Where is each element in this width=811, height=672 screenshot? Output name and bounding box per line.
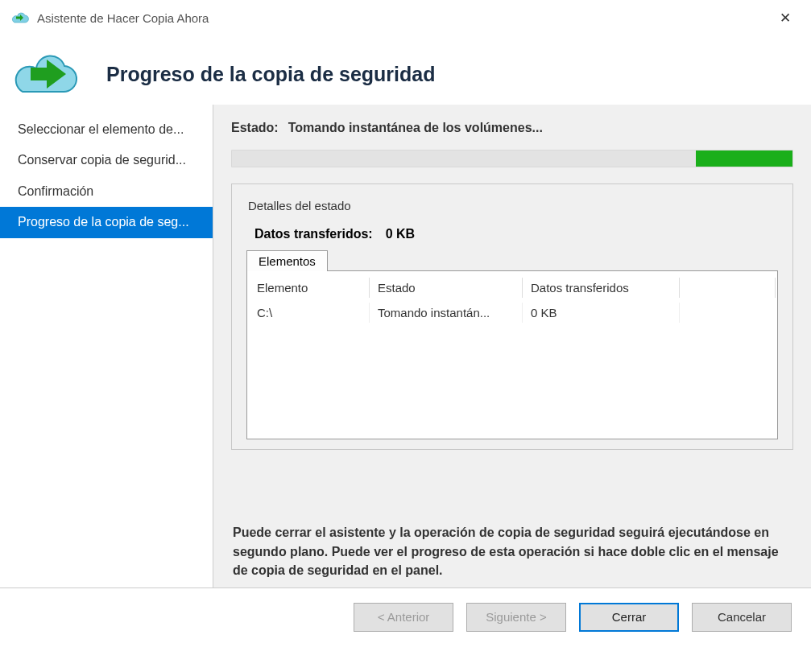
sidebar-item-confirmation[interactable]: Confirmación xyxy=(0,176,213,207)
info-note: Puede cerrar el asistente y la operación… xyxy=(231,518,793,579)
progress-chunk xyxy=(696,150,792,167)
cancel-button[interactable]: Cancelar xyxy=(692,603,792,632)
titlebar: Asistente de Hacer Copia Ahora ✕ xyxy=(0,0,811,35)
app-large-icon xyxy=(8,50,81,98)
main-panel: Estado: Tomando instantánea de los volúm… xyxy=(213,105,811,587)
sidebar-item-select-element[interactable]: Seleccionar el elemento de... xyxy=(0,114,213,145)
header: Progreso de la copia de seguridad xyxy=(0,35,811,105)
sidebar: Seleccionar el elemento de... Conservar … xyxy=(0,105,213,587)
status-value: Tomando instantánea de los volúmenes... xyxy=(288,121,543,135)
sidebar-item-keep-backup[interactable]: Conservar copia de segurid... xyxy=(0,145,213,175)
footer: < Anterior Siguiente > Cerrar Cancelar xyxy=(0,587,811,645)
transferred-label: Datos transferidos: xyxy=(254,227,373,241)
cell-element: C:\ xyxy=(249,303,370,323)
table-row[interactable]: C:\ Tomando instantán... 0 KB xyxy=(249,303,776,323)
status-details-group: Detalles del estado Datos transferidos: … xyxy=(231,183,793,450)
page-title: Progreso de la copia de seguridad xyxy=(106,63,435,86)
close-button[interactable]: Cerrar xyxy=(579,603,679,632)
col-status[interactable]: Estado xyxy=(370,278,523,298)
elements-table: Elemento Estado Datos transferidos C:\ T… xyxy=(246,270,778,439)
progress-bar xyxy=(231,150,793,167)
cell-status: Tomando instantán... xyxy=(370,303,523,323)
transferred-value: 0 KB xyxy=(386,227,415,241)
transferred-row: Datos transferidos: 0 KB xyxy=(254,227,778,241)
sidebar-item-progress[interactable]: Progreso de la copia de seg... xyxy=(0,207,213,237)
status-details-legend: Detalles del estado xyxy=(246,199,356,212)
col-element[interactable]: Elemento xyxy=(249,278,370,298)
status-row: Estado: Tomando instantánea de los volúm… xyxy=(231,121,793,135)
status-label: Estado: xyxy=(231,121,279,135)
cell-transferred: 0 KB xyxy=(523,303,680,323)
app-icon xyxy=(11,11,29,24)
close-icon[interactable]: ✕ xyxy=(769,10,801,27)
col-transferred[interactable]: Datos transferidos xyxy=(523,278,680,298)
table-header: Elemento Estado Datos transferidos xyxy=(249,273,776,303)
prev-button: < Anterior xyxy=(354,603,453,632)
next-button: Siguiente > xyxy=(466,603,566,632)
tab-elements[interactable]: Elementos xyxy=(246,250,328,271)
window-title: Asistente de Hacer Copia Ahora xyxy=(37,11,209,25)
